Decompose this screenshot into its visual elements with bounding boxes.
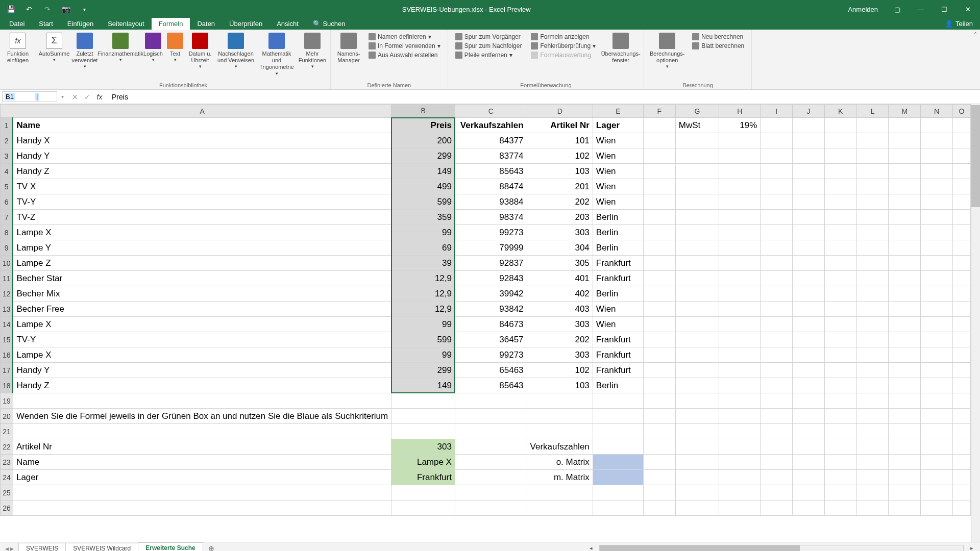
col-header-F[interactable]: F [643, 105, 675, 118]
cell-A8[interactable]: Lampe X [13, 225, 391, 240]
cell-K18[interactable] [824, 378, 856, 393]
cell-G17[interactable] [675, 363, 719, 378]
cell-H11[interactable] [719, 271, 761, 286]
tab-ansicht[interactable]: Ansicht [270, 18, 306, 30]
cell-K4[interactable] [824, 164, 856, 179]
cell-B15[interactable]: 599 [391, 332, 455, 347]
cell-A26[interactable] [13, 500, 391, 516]
signin-button[interactable]: Anmelden [841, 6, 885, 13]
cell-N6[interactable] [921, 194, 953, 210]
cell-B20[interactable] [391, 409, 455, 424]
cell-E3[interactable]: Wien [593, 148, 643, 164]
cell-O6[interactable] [953, 194, 971, 210]
cell-O12[interactable] [953, 286, 971, 302]
cell-L9[interactable] [856, 240, 889, 256]
cell-C3[interactable]: 83774 [455, 148, 527, 164]
cell-K25[interactable] [824, 485, 856, 500]
cell-E12[interactable]: Berlin [593, 286, 643, 302]
cell-E26[interactable] [593, 500, 643, 516]
cell-G5[interactable] [675, 179, 719, 194]
cell-B22[interactable]: 303 [391, 439, 455, 455]
cell-D15[interactable]: 202 [527, 332, 593, 347]
cell-B19[interactable] [391, 393, 455, 409]
cell-B13[interactable]: 12,9 [391, 302, 455, 317]
cell-D1[interactable]: Artikel Nr [527, 118, 593, 133]
col-header-K[interactable]: K [824, 105, 856, 118]
cell-J5[interactable] [793, 179, 825, 194]
cell-I21[interactable] [761, 424, 793, 439]
cell-A13[interactable]: Becher Free [13, 302, 391, 317]
cell-H26[interactable] [719, 500, 761, 516]
cell-A24[interactable]: Lager [13, 470, 391, 485]
cell-O9[interactable] [953, 240, 971, 256]
redo-button[interactable]: ↷ [40, 2, 55, 16]
recent-button[interactable]: Zuletzt verwendet▾ [70, 32, 100, 70]
cell-O26[interactable] [953, 500, 971, 516]
cell-M6[interactable] [889, 194, 921, 210]
cell-B10[interactable]: 39 [391, 256, 455, 271]
cell-F17[interactable] [643, 363, 675, 378]
watch-window-button[interactable]: Überwachungs-fenster [601, 32, 641, 65]
cell-B9[interactable]: 69 [391, 240, 455, 256]
col-header-G[interactable]: G [675, 105, 719, 118]
cell-I24[interactable] [761, 470, 793, 485]
cell-J26[interactable] [793, 500, 825, 516]
cell-B6[interactable]: 599 [391, 194, 455, 210]
cell-C12[interactable]: 39942 [455, 286, 527, 302]
cell-M1[interactable] [889, 118, 921, 133]
cell-D20[interactable] [527, 409, 593, 424]
cell-D10[interactable]: 305 [527, 256, 593, 271]
cell-H25[interactable] [719, 485, 761, 500]
cell-N15[interactable] [921, 332, 953, 347]
cell-L6[interactable] [856, 194, 889, 210]
tab-seitenlayout[interactable]: Seitenlayout [101, 18, 152, 30]
row-header-15[interactable]: 15 [1, 332, 13, 347]
tab-einfuegen[interactable]: Einfügen [60, 18, 101, 30]
cell-C20[interactable] [455, 409, 527, 424]
cell-E18[interactable]: Berlin [593, 378, 643, 393]
cell-M2[interactable] [889, 133, 921, 148]
datetime-button[interactable]: Datum u. Uhrzeit▾ [185, 32, 215, 70]
tab-daten[interactable]: Daten [190, 18, 222, 30]
cell-L12[interactable] [856, 286, 889, 302]
cell-M17[interactable] [889, 363, 921, 378]
cell-G4[interactable] [675, 164, 719, 179]
cell-N11[interactable] [921, 271, 953, 286]
row-header-7[interactable]: 7 [1, 210, 13, 225]
cell-G7[interactable] [675, 210, 719, 225]
cell-H4[interactable] [719, 164, 761, 179]
cell-H22[interactable] [719, 439, 761, 455]
cell-F13[interactable] [643, 302, 675, 317]
cell-O20[interactable] [953, 409, 971, 424]
cell-E13[interactable]: Wien [593, 302, 643, 317]
cell-L10[interactable] [856, 256, 889, 271]
cell-J16[interactable] [793, 347, 825, 363]
row-header-23[interactable]: 23 [1, 455, 13, 470]
row-header-9[interactable]: 9 [1, 240, 13, 256]
cell-L5[interactable] [856, 179, 889, 194]
vertical-scrollbar[interactable] [971, 104, 980, 542]
cell-G9[interactable] [675, 240, 719, 256]
cell-A23[interactable]: Name [13, 455, 391, 470]
cell-D13[interactable]: 403 [527, 302, 593, 317]
sheet-tab-2[interactable]: Erweiterte Suche [138, 542, 203, 551]
cell-K15[interactable] [824, 332, 856, 347]
cell-C1[interactable]: Verkaufszahlen [455, 118, 527, 133]
cell-B26[interactable] [391, 500, 455, 516]
cell-I15[interactable] [761, 332, 793, 347]
cell-J24[interactable] [793, 470, 825, 485]
cell-O7[interactable] [953, 210, 971, 225]
cell-N19[interactable] [921, 393, 953, 409]
trace-precedents-button[interactable]: Spur zum Vorgänger [453, 33, 524, 41]
cell-F19[interactable] [643, 393, 675, 409]
cell-I9[interactable] [761, 240, 793, 256]
cell-E7[interactable]: Berlin [593, 210, 643, 225]
cell-G11[interactable] [675, 271, 719, 286]
row-header-22[interactable]: 22 [1, 439, 13, 455]
col-header-J[interactable]: J [793, 105, 825, 118]
cell-A21[interactable] [13, 424, 391, 439]
cell-J17[interactable] [793, 363, 825, 378]
cell-K22[interactable] [824, 439, 856, 455]
row-header-19[interactable]: 19 [1, 393, 13, 409]
share-button[interactable]: 👤Teilen [938, 18, 980, 30]
